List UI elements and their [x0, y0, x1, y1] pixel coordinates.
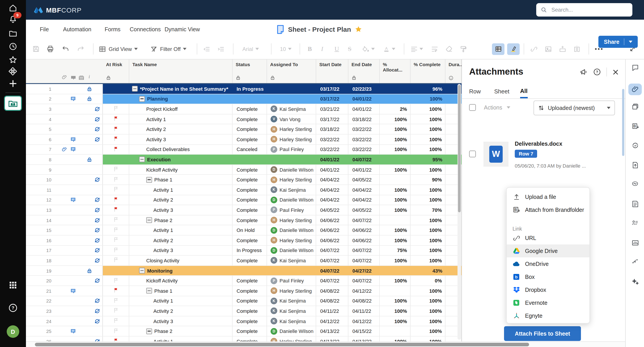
row-number[interactable]: 9	[26, 165, 103, 175]
cell-status[interactable]: Complete	[232, 185, 267, 195]
cell-percent-allocated[interactable]	[380, 286, 410, 296]
row-number[interactable]: 2	[26, 94, 103, 104]
table-row[interactable]: 20Kickoff ActivityCompletePPaul Finley04…	[26, 276, 462, 286]
cell-percent-allocated[interactable]: 100%	[380, 306, 410, 316]
cell-percent-allocated[interactable]	[380, 94, 410, 104]
cell-at-risk[interactable]	[103, 104, 129, 114]
select-all-checkbox[interactable]	[469, 104, 476, 111]
cell-task-name[interactable]: Activity 2	[129, 306, 232, 316]
cell-assigned-to[interactable]: HHarley Sterling	[267, 175, 316, 185]
sort-dropdown[interactable]: Uploaded (newest)	[534, 100, 615, 115]
cell-start-date[interactable]: 03/17/22	[316, 114, 348, 124]
row-number[interactable]: 16	[26, 236, 103, 245]
cell-end-date[interactable]: 04/04/22	[348, 195, 380, 205]
cell-task-name[interactable]: *Project Name in the Sheet Summary*	[129, 84, 232, 94]
cell-end-date[interactable]: 04/27/22	[348, 266, 380, 276]
brandfolder-icon[interactable]: B	[626, 122, 644, 130]
cell-percent-allocated[interactable]: 100%	[380, 114, 410, 124]
clock-icon[interactable]	[0, 42, 26, 51]
cell-percent-complete[interactable]: 100%	[410, 316, 446, 326]
cell-at-risk[interactable]	[103, 316, 129, 326]
cell-start-date[interactable]: 04/04/22	[316, 175, 348, 185]
cell-at-risk[interactable]	[103, 205, 129, 215]
cell-at-risk[interactable]	[103, 327, 129, 336]
cell-assigned-to[interactable]: HHarley Sterling	[267, 337, 316, 342]
shapes-icon[interactable]	[0, 67, 26, 76]
cell-end-date[interactable]: 02/22/23	[348, 84, 380, 94]
indent-button[interactable]	[217, 39, 224, 59]
row-number[interactable]: 23	[26, 306, 103, 316]
cell-assigned-to[interactable]: PPaul Finley	[267, 276, 316, 286]
cell-status[interactable]: Complete	[232, 327, 267, 336]
cell-assigned-to[interactable]	[267, 155, 316, 164]
connections-icon[interactable]	[626, 258, 644, 264]
cell-start-date[interactable]: 04/08/22	[316, 286, 348, 296]
cell-start-date[interactable]: 04/12/22	[316, 316, 348, 326]
column-header-complete[interactable]: % Complete	[410, 59, 446, 83]
cell-at-risk[interactable]	[103, 195, 129, 205]
cell-assigned-to[interactable]: HHarley Sterling	[267, 236, 316, 245]
cell-status[interactable]	[232, 266, 267, 276]
collapse-toggle[interactable]	[146, 288, 152, 294]
cell-at-risk[interactable]	[103, 296, 129, 306]
cell-end-date[interactable]: 04/13/22	[348, 337, 380, 342]
cell-at-risk[interactable]	[103, 276, 129, 286]
row-number[interactable]: 15	[26, 225, 103, 235]
menu-item-google-drive[interactable]: Google Drive	[507, 244, 590, 257]
cell-end-date[interactable]: 04/01/22	[348, 104, 380, 114]
redo-button[interactable]	[77, 39, 84, 59]
cell-start-date[interactable]: 04/08/22	[316, 296, 348, 306]
cell-start-date[interactable]: 04/07/22	[316, 256, 348, 265]
collapse-toggle[interactable]	[132, 86, 138, 92]
cell-task-name[interactable]: Activity 1	[129, 225, 232, 235]
cell-task-name[interactable]: Kickoff Activity	[129, 276, 232, 286]
tab-sheet[interactable]: Sheet	[494, 84, 510, 98]
close-panel-icon[interactable]	[612, 69, 619, 75]
cell-at-risk[interactable]	[103, 175, 129, 185]
cell-status[interactable]: Complete	[232, 114, 267, 124]
table-row[interactable]: 11Activity 1CompleteKKai Senjima04/04/22…	[26, 185, 462, 195]
menu-item-dropbox[interactable]: Dropbox	[507, 283, 590, 296]
cell-at-risk[interactable]	[103, 225, 129, 235]
menu-item-attach-from-brandfolder[interactable]: BAttach from Brandfolder	[507, 203, 590, 216]
conversations-icon[interactable]	[626, 64, 644, 71]
cell-task-name[interactable]: Project Kickoff	[129, 104, 232, 114]
collapse-toggle[interactable]	[139, 268, 145, 274]
row-number[interactable]: 8	[26, 155, 103, 164]
row-number[interactable]: 6	[26, 134, 103, 144]
publish-icon[interactable]	[626, 161, 644, 169]
cell-status[interactable]: Complete	[232, 256, 267, 265]
table-row[interactable]: 8Execution04/01/2204/07/2295%	[26, 155, 462, 165]
cell-task-name[interactable]: Phase 2	[129, 327, 232, 336]
row-number[interactable]: 7	[26, 145, 103, 154]
cell-percent-allocated[interactable]: 100%	[380, 276, 410, 286]
contacts-icon[interactable]	[626, 219, 644, 226]
cell-percent-allocated[interactable]: 100%	[380, 185, 410, 195]
table-row[interactable]: 4Activity 1CompleteVVan Vong03/17/2203/1…	[26, 114, 462, 124]
cell-end-date[interactable]: 03/22/22	[348, 134, 380, 144]
cell-end-date[interactable]: 04/06/22	[348, 225, 380, 235]
row-number[interactable]: 18	[26, 256, 103, 265]
cell-percent-complete[interactable]: 96%	[410, 84, 446, 94]
cell-start-date[interactable]: 03/21/22	[316, 104, 348, 114]
cell-task-name[interactable]: Activity 3	[129, 316, 232, 326]
activity-log-icon[interactable]	[626, 181, 644, 187]
cell-status[interactable]: Complete	[232, 286, 267, 296]
cell-percent-allocated[interactable]: 100%	[380, 337, 410, 342]
cell-at-risk[interactable]	[103, 337, 129, 342]
folder-icon[interactable]	[0, 29, 26, 38]
cell-assigned-to[interactable]: DDanielle Wilson	[267, 246, 316, 255]
menu-item-evernote[interactable]: Evernote	[507, 296, 590, 309]
grid-horizontal-scrollbar[interactable]	[26, 342, 625, 347]
cell-status[interactable]: Complete	[232, 175, 267, 185]
table-row[interactable]: 7Collect DeliverablesCanceledPPaul Finle…	[26, 145, 462, 155]
cell-start-date[interactable]: 03/18/22	[316, 124, 348, 134]
column-header-status[interactable]: Status	[232, 59, 267, 83]
panel-scrollbar[interactable]	[622, 89, 624, 156]
cell-percent-allocated[interactable]: 100%	[380, 165, 410, 175]
cell-assigned-to[interactable]: DDanielle Wilson	[267, 225, 316, 235]
underline-button[interactable]: U	[334, 39, 339, 59]
row-number[interactable]: 17	[26, 246, 103, 255]
cell-percent-allocated[interactable]	[380, 84, 410, 94]
announcement-icon[interactable]	[580, 68, 588, 76]
